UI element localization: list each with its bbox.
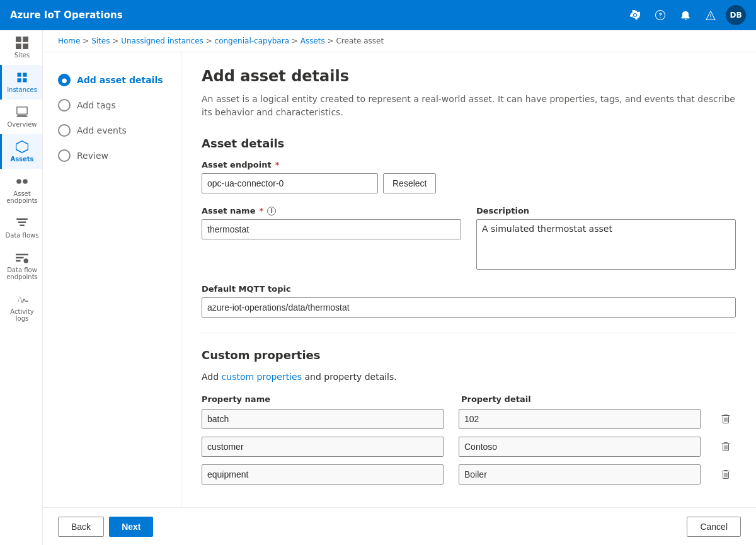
- step-review[interactable]: Review: [53, 143, 171, 168]
- dataflows-icon: [16, 217, 28, 229]
- prop-name-header: Property name: [202, 394, 446, 404]
- delete-prop-2[interactable]: [716, 464, 736, 485]
- breadcrumb-home[interactable]: Home: [58, 37, 80, 45]
- grid-icon: [16, 37, 28, 49]
- description-input[interactable]: A simulated thermostat asset: [476, 219, 736, 270]
- app-title: Azure IoT Operations: [10, 9, 625, 21]
- custom-properties-section-title: Custom properties: [202, 348, 736, 362]
- prop-row-0: [202, 409, 736, 429]
- svg-rect-0: [16, 37, 21, 42]
- breadcrumb-sites[interactable]: Sites: [91, 37, 110, 45]
- delete-prop-1[interactable]: [716, 437, 736, 457]
- step-add-tags[interactable]: Add tags: [53, 93, 171, 118]
- breadcrumb-assets[interactable]: Assets: [301, 37, 325, 45]
- prop-name-1[interactable]: [202, 437, 444, 457]
- delete-prop-0[interactable]: [716, 409, 736, 429]
- info-icon-name[interactable]: i: [267, 207, 276, 215]
- sidebar-item-dataflow-endpoints[interactable]: Data flow endpoints: [0, 245, 42, 287]
- breadcrumb-instance[interactable]: congenial-capybara: [215, 37, 289, 45]
- user-avatar[interactable]: DB: [726, 5, 746, 25]
- section-divider: [202, 333, 736, 333]
- step-add-asset-details[interactable]: ● Add asset details: [53, 67, 171, 93]
- description-col: Description A simulated thermostat asset: [476, 206, 736, 272]
- back-button[interactable]: Back: [58, 517, 104, 537]
- step-circle-1: ●: [58, 74, 71, 86]
- svg-point-6: [24, 258, 29, 263]
- sidebar-label-asset-endpoints: Asset endpoints: [4, 190, 40, 204]
- prop-name-0[interactable]: [202, 409, 444, 429]
- sidebar-label-instances: Instances: [7, 86, 37, 93]
- sidebar-label-data-flows: Data flows: [6, 232, 39, 239]
- svg-point-4: [16, 179, 21, 184]
- page-title: Add asset details: [202, 67, 736, 85]
- endpoints-icon: [16, 175, 28, 188]
- sidebar-item-asset-endpoints[interactable]: Asset endpoints: [0, 169, 42, 210]
- sidebar-item-assets[interactable]: Assets: [0, 134, 42, 169]
- alerts-icon[interactable]: [701, 5, 721, 25]
- sidebar-item-activity-logs[interactable]: Activity logs: [0, 287, 42, 328]
- prop-detail-header: Property detail: [461, 394, 706, 404]
- prop-detail-1[interactable]: [459, 437, 701, 457]
- prop-row-1: [202, 437, 736, 457]
- svg-rect-3: [23, 43, 28, 49]
- step-add-events[interactable]: Add events: [53, 118, 171, 143]
- mqtt-topic-input[interactable]: [202, 297, 736, 318]
- custom-properties-link[interactable]: custom properties: [222, 372, 302, 382]
- sidebar-item-instances[interactable]: Instances: [0, 65, 42, 100]
- notification-icon[interactable]: [675, 5, 696, 25]
- sidebar-label-sites: Sites: [14, 52, 30, 59]
- settings-icon[interactable]: [625, 5, 645, 25]
- activity-icon: [16, 293, 28, 306]
- step-label-4: Review: [77, 151, 108, 161]
- asset-endpoint-field: Asset endpoint * Reselect: [202, 160, 736, 193]
- sidebar-label-assets: Assets: [10, 156, 33, 163]
- sidebar-item-data-flows[interactable]: Data flows: [0, 210, 42, 245]
- props-headers: Property name Property detail: [202, 394, 736, 404]
- asset-name-label: Asset name * i: [202, 206, 461, 215]
- required-indicator-name: *: [259, 206, 263, 215]
- asset-name-input[interactable]: [202, 219, 461, 239]
- sidebar-item-sites[interactable]: Sites: [0, 30, 42, 65]
- form-area: Add asset details An asset is a logical …: [181, 52, 756, 507]
- reselect-button[interactable]: Reselect: [383, 173, 436, 193]
- breadcrumb: Home > Sites > Unassigned instances > co…: [43, 30, 756, 52]
- sidebar-label-dataflow-endpoints: Data flow endpoints: [4, 267, 40, 280]
- sidebar-label-overview: Overview: [7, 121, 37, 128]
- overview-icon: [16, 106, 28, 118]
- page-description: An asset is a logical entity created to …: [202, 93, 736, 119]
- endpoint-row: Reselect: [202, 173, 736, 193]
- step-label-1: Add asset details: [77, 75, 163, 85]
- df-endpoints-icon: [16, 251, 28, 264]
- help-icon[interactable]: [650, 5, 670, 25]
- instances-icon: [16, 71, 28, 84]
- mqtt-topic-label: Default MQTT topic: [202, 284, 736, 294]
- content-area: Home > Sites > Unassigned instances > co…: [43, 30, 756, 545]
- main-layout: Sites Instances Overview Assets Asset en…: [0, 30, 756, 545]
- asset-details-section-title: Asset details: [202, 137, 736, 150]
- cancel-button[interactable]: Cancel: [687, 517, 741, 537]
- name-description-row: Asset name * i Description A simulated t…: [202, 206, 736, 272]
- breadcrumb-unassigned-instances[interactable]: Unassigned instances: [121, 37, 203, 45]
- prop-name-2[interactable]: [202, 464, 444, 485]
- sidebar: Sites Instances Overview Assets Asset en…: [0, 30, 43, 545]
- topnav-actions: DB: [625, 5, 746, 25]
- next-button[interactable]: Next: [109, 517, 153, 537]
- asset-endpoint-input[interactable]: [202, 173, 378, 193]
- custom-props-description: Add custom properties and property detai…: [202, 372, 736, 382]
- step-circle-4: [58, 149, 71, 162]
- sidebar-label-activity-logs: Activity logs: [4, 308, 40, 322]
- svg-rect-2: [16, 43, 21, 49]
- mqtt-topic-field: Default MQTT topic: [202, 284, 736, 318]
- step-circle-3: [58, 124, 71, 137]
- page-body: ● Add asset details Add tags Add events …: [43, 52, 756, 507]
- prop-detail-0[interactable]: [459, 409, 701, 429]
- steps-panel: ● Add asset details Add tags Add events …: [43, 52, 181, 507]
- description-label: Description: [476, 206, 736, 215]
- asset-name-col: Asset name * i: [202, 206, 461, 239]
- sidebar-item-overview[interactable]: Overview: [0, 100, 42, 134]
- top-navigation: Azure IoT Operations DB: [0, 0, 756, 30]
- assets-icon: [16, 141, 28, 153]
- trash-icon-0: [721, 414, 731, 424]
- asset-endpoint-label: Asset endpoint *: [202, 160, 736, 169]
- prop-detail-2[interactable]: [459, 464, 701, 485]
